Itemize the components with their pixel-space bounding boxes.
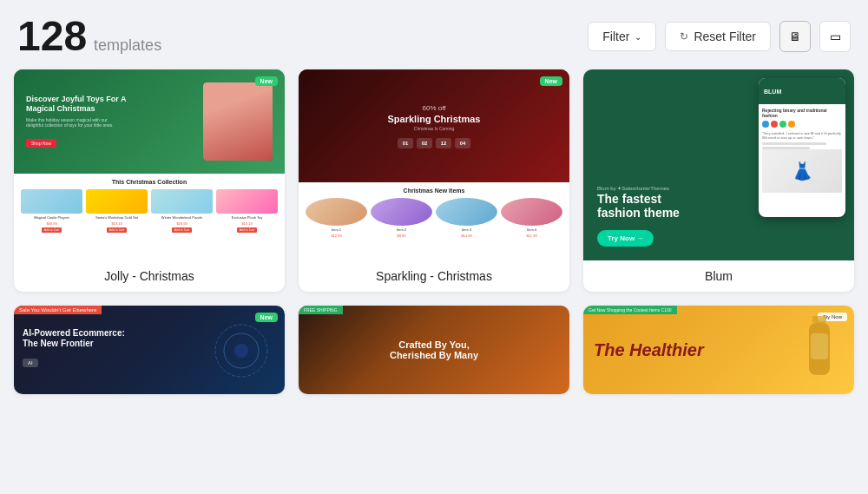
color-dot-red [771, 121, 778, 128]
add-to-cart-btn[interactable]: Add to Cart [107, 227, 128, 233]
jolly-top-section: Discover Joyful Toys For AMagical Christ… [14, 69, 285, 174]
blum-try-now-button[interactable]: Try Now → [597, 230, 654, 247]
text-line [762, 142, 826, 145]
item-card: Item 1 $12.99 [306, 198, 367, 238]
healthier-headline: The Healthier [594, 340, 704, 359]
item-name: Item 1 [332, 227, 341, 232]
tablet-icon: ▭ [830, 30, 841, 43]
item-img [371, 198, 432, 226]
fashion-icon: 👗 [792, 161, 813, 181]
product-row: Magical Castle Playset $49.99 Add to Car… [21, 189, 278, 233]
product-img [216, 189, 278, 214]
reset-filter-button[interactable]: ↻ Reset Filter [665, 22, 771, 51]
product-name: Winter Wonderland Puzzle [161, 215, 202, 220]
item-card: Item 2 $9.99 [371, 198, 432, 238]
jolly-text-block: Discover Joyful Toys For AMagical Christ… [26, 95, 203, 148]
product-item: Winter Wonderland Puzzle $29.99 Add to C… [151, 189, 213, 233]
count-label: templates [94, 36, 161, 55]
svg-rect-3 [812, 316, 826, 323]
product-img [86, 189, 148, 214]
color-dot-green [779, 121, 786, 128]
sparkling-label: Sparkling - Christmas [299, 260, 569, 292]
item-name: Item 2 [397, 227, 406, 232]
product-price: $19.19 [111, 221, 122, 226]
new-badge: New [255, 76, 278, 86]
color-dot-blue [762, 121, 769, 128]
ai-text-content: AI-Powered Ecommerce:The New Frontier AI [23, 328, 125, 368]
card-crafted[interactable]: FREE SHIPPING Crafted By You,Cherished B… [299, 306, 569, 394]
add-to-cart-btn[interactable]: Add to Cart [237, 227, 258, 233]
countdown-days: 01 [398, 138, 413, 148]
sparkling-sub: Christmas Is Coming [414, 126, 454, 131]
product-name: Exclusive Plush Toy [232, 215, 262, 220]
blum-phone-body: Rejecting binary and traditional fashion… [759, 104, 845, 217]
sparkling-items-title: Christmas New Items [306, 188, 562, 194]
blum-phone-mockup: BLUM Rejecting binary and traditional fa… [759, 78, 845, 217]
sale-badge: Sale You Wouldn't Get Elsewhere [14, 306, 102, 314]
countdown-seconds: 04 [455, 138, 470, 148]
reset-label: Reset Filter [694, 30, 756, 43]
page-header: 128 templates Filter ⌄ ↻ Reset Filter 🖥 … [0, 0, 868, 69]
item-price: $12.99 [331, 234, 341, 238]
desktop-view-button[interactable]: 🖥 [779, 21, 811, 52]
bottle-visual [802, 316, 837, 385]
product-item: Magical Castle Playset $49.99 Add to Car… [21, 189, 82, 233]
blum-color-options [762, 121, 842, 128]
blum-phone-header: BLUM [759, 78, 845, 104]
refresh-icon: ↻ [680, 30, 688, 43]
new-badge-sparkling: New [540, 76, 562, 86]
item-price: $9.99 [397, 234, 405, 238]
svg-rect-5 [811, 333, 828, 359]
tablet-view-button[interactable]: ▭ [819, 21, 851, 52]
card-ai-ecommerce[interactable]: Sale You Wouldn't Get Elsewhere New AI-P… [14, 306, 285, 394]
jolly-sub: Make this holiday season magical with ou… [26, 117, 203, 128]
blum-by-text: Blum by ✦SalesHunterThemes [597, 185, 680, 191]
ai-label: AI [23, 359, 38, 367]
card-sparkling[interactable]: New 60% off Sparkling Christmas Christma… [299, 69, 569, 292]
jolly-hero-image [203, 82, 273, 161]
jolly-cta-button[interactable]: Shop Now [26, 139, 56, 148]
blum-text-lines [762, 142, 842, 149]
item-price: $14.99 [461, 234, 471, 238]
blum-product-img: 👗 [762, 149, 842, 193]
item-card: Item 4 $11.99 [501, 198, 562, 238]
item-name: Item 4 [527, 227, 536, 232]
blum-preview: BLUM Rejecting binary and traditional fa… [583, 69, 854, 260]
sparkling-title: Sparkling Christmas [388, 114, 481, 124]
ai-preview: Sale You Wouldn't Get Elsewhere New AI-P… [14, 306, 285, 394]
card-jolly[interactable]: Discover Joyful Toys For AMagical Christ… [14, 69, 285, 292]
blum-tagline: Rejecting binary and traditional fashion [762, 108, 842, 118]
countdown-row: 01 02 12 04 [398, 138, 470, 148]
get-now-badge: Get Now Shopping the Coolest Items C100 [583, 306, 677, 314]
item-name: Item 3 [462, 227, 471, 232]
jolly-collection-title: This Christmas Collection [21, 179, 278, 185]
templates-grid: Discover Joyful Toys For AMagical Christ… [0, 69, 868, 408]
header-controls: Filter ⌄ ↻ Reset Filter 🖥 ▭ [588, 21, 851, 52]
crafted-preview: FREE SHIPPING Crafted By You,Cherished B… [299, 306, 569, 394]
countdown-minutes: 12 [436, 138, 451, 148]
color-dot-yellow [788, 121, 795, 128]
card-healthier[interactable]: Get Now Shopping the Coolest Items C100 … [583, 306, 854, 394]
product-name: Magical Castle Playset [34, 215, 69, 220]
product-img [151, 189, 213, 214]
item-card: Item 3 $14.99 [436, 198, 497, 238]
product-item: Santa's Workshop Gold Set $19.19 Add to … [86, 189, 148, 233]
product-img [21, 189, 82, 214]
text-line [762, 147, 810, 149]
add-to-cart-btn[interactable]: Add to Cart [172, 227, 193, 233]
blum-label: Blum [583, 260, 854, 292]
count-number: 128 [17, 16, 87, 57]
crafted-title: Crafted By You,Cherished By Many [390, 339, 478, 360]
blum-logo: BLUM [764, 89, 781, 95]
product-price: $19.19 [241, 221, 252, 226]
sparkling-bottom: Christmas New Items Item 1 $12.99 Item 2… [299, 182, 569, 260]
product-item: Exclusive Plush Toy $19.19 Add to Cart [216, 189, 278, 233]
item-img [436, 198, 497, 226]
healthier-preview: Get Now Shopping the Coolest Items C100 … [583, 306, 854, 394]
add-to-cart-btn[interactable]: Add to Cart [42, 227, 62, 233]
blum-headline: The fastestfashion theme [597, 193, 680, 220]
filter-button[interactable]: Filter ⌄ [588, 22, 656, 51]
card-blum[interactable]: BLUM Rejecting binary and traditional fa… [583, 69, 854, 292]
items-grid: Item 1 $12.99 Item 2 $9.99 Item 3 $14.99 [306, 198, 562, 238]
blum-main-text: Blum by ✦SalesHunterThemes The fastestfa… [597, 185, 680, 247]
